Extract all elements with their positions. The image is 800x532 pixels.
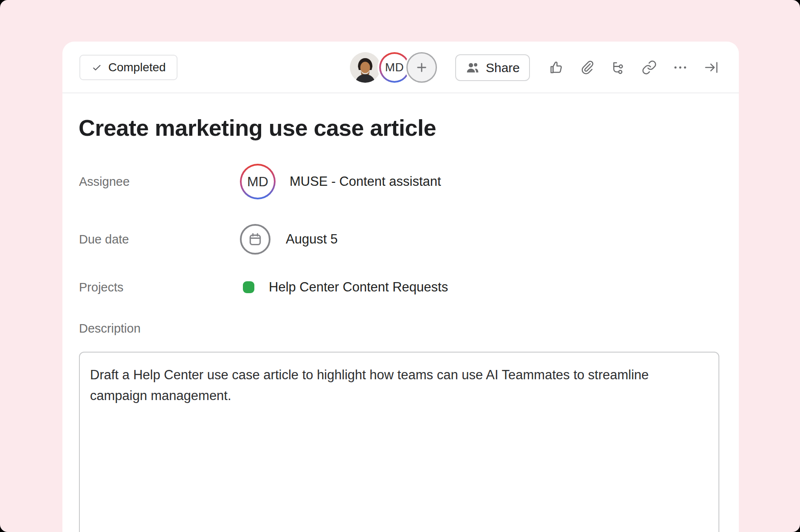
description-editor[interactable]: Draft a Help Center use case article to …	[79, 352, 719, 532]
assignee-row: Assignee MD MUSE - Content assistant	[79, 164, 589, 199]
task-detail-pane: Completed MD	[62, 42, 739, 532]
assignee-avatar-initials: MD	[242, 165, 274, 198]
subtasks-icon[interactable]	[611, 60, 626, 75]
calendar-icon	[247, 231, 264, 248]
task-toolbar: Completed MD	[62, 42, 739, 93]
toolbar-icon-row	[549, 60, 719, 75]
assignee-value[interactable]: MUSE - Content assistant	[290, 174, 441, 189]
project-value[interactable]: Help Center Content Requests	[269, 280, 448, 295]
due-date-button[interactable]	[240, 224, 270, 255]
thumbs-up-icon[interactable]	[549, 60, 564, 75]
description-text: Draft a Help Center use case article to …	[90, 364, 689, 406]
projects-row: Projects Help Center Content Requests	[79, 279, 673, 296]
ai-teammate-avatar[interactable]: MD	[379, 52, 410, 83]
ai-teammate-initials: MD	[381, 54, 408, 81]
description-label: Description	[79, 322, 141, 336]
due-date-row: Due date August 5	[79, 224, 589, 255]
people-icon	[465, 61, 480, 75]
collapse-pane-icon[interactable]	[704, 60, 719, 75]
task-title[interactable]: Create marketing use case article	[79, 115, 436, 141]
share-button[interactable]: Share	[455, 54, 530, 81]
check-icon	[91, 62, 102, 73]
page-background: Completed MD	[0, 0, 800, 532]
add-collaborator-button[interactable]	[406, 52, 437, 83]
completed-button[interactable]: Completed	[79, 55, 177, 80]
share-button-label: Share	[486, 61, 520, 75]
paperclip-icon[interactable]	[580, 60, 595, 75]
assignee-label: Assignee	[79, 175, 240, 189]
plus-icon	[414, 60, 429, 75]
completed-button-label: Completed	[108, 61, 166, 74]
user-photo-avatar[interactable]	[350, 52, 380, 83]
due-date-value[interactable]: August 5	[286, 232, 338, 247]
person-photo	[350, 52, 380, 83]
collaborator-avatars: MD	[350, 52, 437, 83]
link-icon[interactable]	[642, 60, 657, 75]
due-date-label: Due date	[79, 232, 240, 246]
more-icon[interactable]	[673, 60, 688, 75]
projects-label: Projects	[79, 280, 243, 294]
project-color-swatch	[243, 281, 254, 293]
assignee-avatar[interactable]: MD	[240, 164, 276, 199]
